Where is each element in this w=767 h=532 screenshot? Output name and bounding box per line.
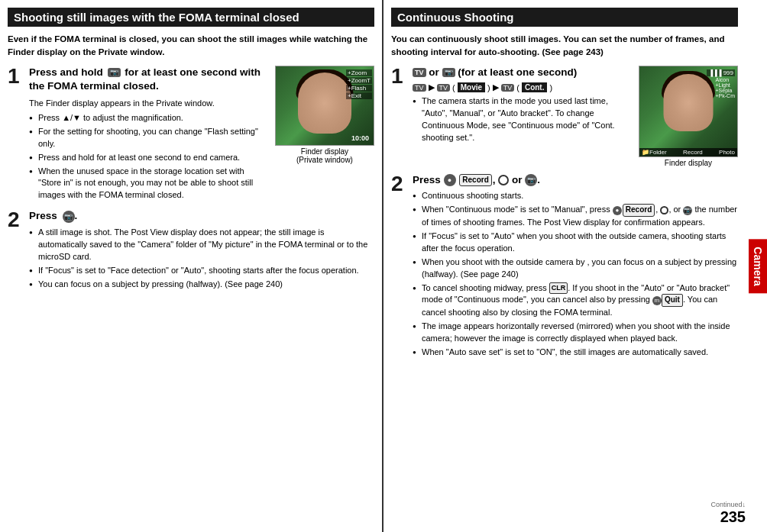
arrow-2: ) xyxy=(487,83,490,92)
tv-icon-1: TV xyxy=(413,68,426,78)
finder-time: 10:00 xyxy=(351,134,369,142)
right-step2-title: Press ● Record, or 📷. xyxy=(413,173,738,188)
record-icon-round: ● xyxy=(444,174,456,186)
r-bullet-3: If "Focus" is set to "Auto" when you sho… xyxy=(413,231,738,255)
r-bullet-7: When "Auto save set" is set to "ON", the… xyxy=(413,347,738,359)
left-step1-bullets: Press ▲/▼ to adjust the magnification. F… xyxy=(29,112,269,202)
face-right xyxy=(664,74,714,131)
continued-label: Continued↓ xyxy=(710,501,746,508)
or-text: or xyxy=(429,66,442,78)
movie-bar: TV ▶ TV ( Movie ) ▶ TV ( Cont. ) xyxy=(413,82,628,92)
bracket-open-2: ( xyxy=(516,83,519,92)
tv-icon-2: 📷 xyxy=(442,68,455,78)
right-step2-number: 2 xyxy=(391,173,408,360)
folder-icon: 📁Folder xyxy=(642,149,667,156)
aicon-overlay: Aicon+Light+Sepia+Pk-Cm xyxy=(716,77,735,98)
left-step1-content: Press and hold 📷 for at least one second… xyxy=(29,66,374,204)
left-step1-body: The Finder display appears in the Privat… xyxy=(29,97,269,202)
left-step2-number: 2 xyxy=(8,209,24,292)
right-step2-body: Continuous shooting starts. When "Contin… xyxy=(413,190,738,358)
bullet-3: Press and hold for at least one second t… xyxy=(29,152,269,164)
quit-badge: Quit xyxy=(662,294,683,307)
press-text-step2: Press xyxy=(29,210,57,221)
right-step1-title: TV or 📷 (for at least one second) xyxy=(413,66,628,80)
overlay-zoom: +Zoom xyxy=(346,69,372,76)
or-text-step2: or xyxy=(512,174,525,185)
right-step1-number: 1 xyxy=(391,66,408,167)
bullet-2: For the setting for shooting, you can ch… xyxy=(29,126,269,150)
right-step1-bullet-1: The camera starts in the mode you used l… xyxy=(413,95,628,144)
r-bullet-2: When "Continuous mode" is set to "Manual… xyxy=(413,204,738,228)
right-step2-content: Press ● Record, or 📷. Continuous shootin… xyxy=(413,173,738,360)
left-step1-title: Press and hold 📷 for at least one second… xyxy=(29,66,269,95)
face-shape xyxy=(298,73,351,134)
overlay-exit: +Exit xyxy=(346,92,372,99)
press-text-right-step2: Press xyxy=(413,174,444,185)
left-step2-title: Press 📷. xyxy=(29,209,374,224)
r-bullet-1: Continuous shooting starts. xyxy=(413,190,738,202)
finder-caption-left: Finder display(Private window) xyxy=(296,147,353,164)
finder-overlay: +Zoom +ZoomT +Flash +Exit xyxy=(346,69,372,99)
left-step2-bullets: A still image is shot. The Post View dis… xyxy=(29,227,374,291)
bullet-4: When the unused space in the storage loc… xyxy=(29,166,269,202)
record-badge-inline: Record xyxy=(623,204,655,217)
left-step2-body: A still image is shot. The Post View dis… xyxy=(29,227,374,291)
right-finder-container: ▐▐▐ 999 Aicon+Light+Sepia+Pk-Cm 📁Folder … xyxy=(639,66,738,167)
left-step1-number: 1 xyxy=(8,66,24,204)
step2-bullet-1: A still image is shot. The Post View dis… xyxy=(29,227,374,263)
right-panel: Continuous Shooting You can continuously… xyxy=(384,0,767,532)
step2-bullet-2: If "Focus" is set to "Face detection" or… xyxy=(29,265,374,277)
cont-badge: Cont. xyxy=(522,82,548,92)
left-panel: Shooting still images with the FOMA term… xyxy=(0,0,384,532)
left-step1: 1 Press and hold 📷 for at least one seco… xyxy=(8,66,374,204)
r-bullet-6: The image appears horizontally reversed … xyxy=(413,321,738,345)
left-step2: 2 Press 📷. A still image is shot. The Po… xyxy=(8,209,374,292)
left-step2-content: Press 📷. A still image is shot. The Post… xyxy=(29,209,374,292)
right-step2-bullets: Continuous shooting starts. When "Contin… xyxy=(413,190,738,358)
left-intro: Even if the FOMA terminal is closed, you… xyxy=(8,33,374,60)
arrow-1: ▶ xyxy=(429,82,435,92)
step2-bullet-3: You can focus on a subject by pressing (… xyxy=(29,279,374,291)
right-step1: 1 TV or 📷 (for at least one second) TV ▶ xyxy=(391,66,738,167)
clr-badge: CLR xyxy=(549,282,568,294)
tv-icon-3: TV xyxy=(413,84,426,92)
right-step1-content: TV or 📷 (for at least one second) TV ▶ T… xyxy=(413,66,738,167)
tv-icon-4: TV xyxy=(437,84,451,92)
movie-badge: Movie xyxy=(458,82,485,92)
bullet-1: Press ▲/▼ to adjust the magnification. xyxy=(29,112,269,124)
for-at-least-text: (for at least one second) xyxy=(458,66,577,78)
record-label: Record xyxy=(683,149,703,156)
camera-sidebar-tab: Camera xyxy=(749,239,767,293)
right-intro: You can continuously shoot still images.… xyxy=(391,33,738,60)
camera-icon-inline: 📷 xyxy=(108,68,121,78)
battery-overlay: ▐▐▐ 999 xyxy=(707,69,735,76)
r-bullet-5: To cancel shooting midway, press CLR. If… xyxy=(413,282,738,319)
record-badge-title: Record xyxy=(459,174,491,186)
finder-bottom-bar: 📁Folder Record Photo xyxy=(639,148,737,156)
finder-caption-right: Finder display xyxy=(665,159,712,167)
left-finder-container: +Zoom +ZoomT +Flash +Exit 10:00 Finder d… xyxy=(275,66,374,204)
tv-icon-5: TV xyxy=(501,84,515,92)
overlay-flash: +Flash xyxy=(346,85,372,92)
bracket-open: ( xyxy=(452,83,455,92)
photo-label: Photo xyxy=(719,149,735,156)
bracket-close-2: ) xyxy=(549,83,552,92)
right-step1-body: The camera starts in the mode you used l… xyxy=(413,95,628,144)
page-number: 235 xyxy=(720,508,746,526)
page-footer: Continued↓ 235 xyxy=(710,501,746,526)
camera-icon-step2: 📷 xyxy=(63,211,75,223)
right-panel-content: Continuous Shooting You can continuously… xyxy=(391,8,759,524)
finder-image-left: +Zoom +ZoomT +Flash +Exit 10:00 xyxy=(275,66,374,146)
camera-icon-step2-right: 📷 xyxy=(525,174,537,186)
left-section-title: Shooting still images with the FOMA term… xyxy=(8,8,374,27)
right-step1-bullets: The camera starts in the mode you used l… xyxy=(413,95,628,144)
circle-icon xyxy=(498,175,509,185)
arrow-3: ▶ xyxy=(493,82,499,92)
finder-image-right: ▐▐▐ 999 Aicon+Light+Sepia+Pk-Cm 📁Folder … xyxy=(639,66,738,157)
overlay-zoomt: +ZoomT xyxy=(346,77,372,84)
finder-display-text: The Finder display appears in the Privat… xyxy=(29,97,269,110)
r-bullet-4: When you shoot with the outside camera b… xyxy=(413,256,738,281)
right-section-title: Continuous Shooting xyxy=(391,8,738,27)
right-step2: 2 Press ● Record, or 📷. Continuous shoot… xyxy=(391,173,738,360)
press-hold-text: Press and hold xyxy=(29,66,103,78)
